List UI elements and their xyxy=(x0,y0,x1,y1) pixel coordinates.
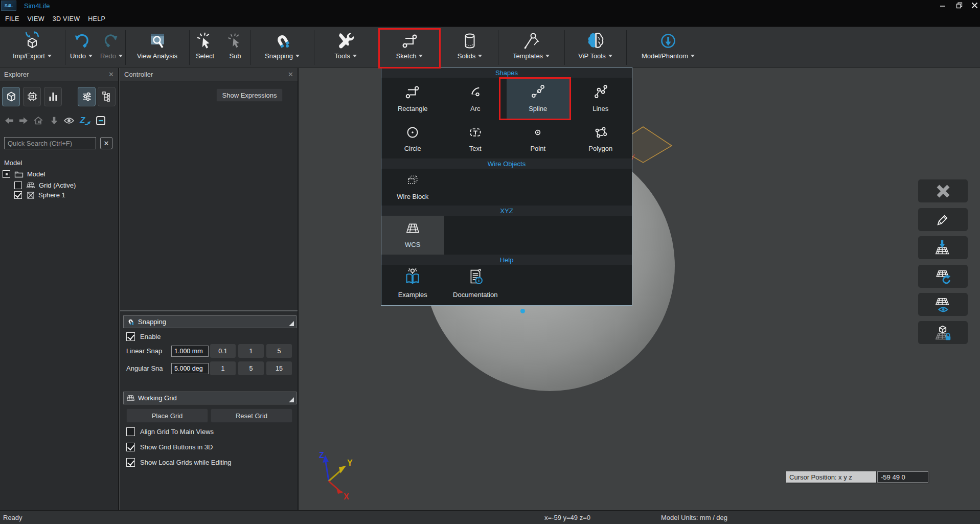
main-toolbar: Imp/Export Undo Redo View Analysis Selec… xyxy=(0,27,980,68)
menu-item-point[interactable]: Point xyxy=(507,120,569,158)
collapse-triangle-icon[interactable] xyxy=(289,321,294,326)
linear-snap-input[interactable] xyxy=(171,346,209,357)
tools-icon xyxy=(335,30,356,52)
panel-splitter[interactable] xyxy=(120,310,298,311)
redo-button[interactable]: Redo xyxy=(98,27,125,68)
edit-grid-button[interactable] xyxy=(918,208,968,231)
tree-row-sphere[interactable]: Sphere 1 xyxy=(14,190,65,200)
show-expressions-button[interactable]: Show Expressions xyxy=(216,88,283,102)
menu-item-documentation[interactable]: Documentation xyxy=(444,265,507,304)
tree-row-grid[interactable]: Grid (Active) xyxy=(14,180,76,190)
toggle-grid-visibility-button[interactable] xyxy=(918,293,968,316)
working-grid-section-header[interactable]: Working Grid xyxy=(123,392,297,404)
templates-button[interactable]: Templates xyxy=(499,27,563,68)
linear-preset-5-button[interactable]: 5 xyxy=(266,344,292,358)
zoom-to-selection-button[interactable]: Z xyxy=(78,114,91,127)
show-grid-buttons-row[interactable]: Show Grid Buttons in 3D xyxy=(126,443,213,451)
menu-item-lines[interactable]: Lines xyxy=(569,78,632,120)
reset-grid-button[interactable]: Reset Grid xyxy=(211,408,292,423)
menu-item-wcs[interactable]: WCS xyxy=(381,216,444,255)
snapping-button[interactable]: Snapping xyxy=(252,27,313,68)
controller-panel: Controller ✕ Show Expressions Snapping E… xyxy=(120,68,299,510)
sphere-checkbox[interactable] xyxy=(14,191,22,199)
model-phantom-button[interactable]: Model/Phantom xyxy=(627,27,709,68)
menu-item-examples[interactable]: Examples xyxy=(381,265,444,304)
menu-view[interactable]: VIEW xyxy=(28,13,44,25)
tree-row-model[interactable]: Model xyxy=(3,169,45,179)
show-grid-buttons-checkbox[interactable] xyxy=(126,443,135,451)
sub-select-cursor-icon xyxy=(226,30,244,52)
text-icon xyxy=(465,120,486,142)
home-button[interactable] xyxy=(32,114,45,127)
sub-select-button[interactable]: Sub xyxy=(221,27,249,68)
zoom-to-selection-icon: Z xyxy=(78,114,91,127)
show-grid-buttons-label: Show Grid Buttons in 3D xyxy=(140,443,213,451)
visibility-button[interactable] xyxy=(62,114,76,127)
view-analysis-tab-button[interactable] xyxy=(44,87,62,106)
tools-button[interactable]: Tools xyxy=(315,27,376,68)
history-forward-button[interactable] xyxy=(17,114,30,127)
linear-preset-1-button[interactable]: 1 xyxy=(238,344,264,358)
close-panel-icon[interactable]: ✕ xyxy=(108,71,114,78)
clear-search-button[interactable]: ✕ xyxy=(100,137,112,149)
vip-tools-button[interactable]: ViP Tools xyxy=(565,27,625,68)
grid-lock-icon xyxy=(933,323,953,343)
model-phantom-label: Model/Phantom xyxy=(642,52,688,60)
align-grid-checkbox[interactable] xyxy=(126,427,135,436)
snapping-section-header[interactable]: Snapping xyxy=(123,315,297,328)
undo-button[interactable]: Undo xyxy=(65,27,97,68)
view-simulation-button[interactable] xyxy=(23,87,41,106)
view-analysis-button[interactable]: View Analysis xyxy=(126,27,188,68)
snapping-label: Snapping xyxy=(265,52,293,60)
angular-snap-input[interactable] xyxy=(171,363,209,374)
menu-item-circle[interactable]: Circle xyxy=(381,120,444,158)
quick-search-input[interactable] xyxy=(4,137,96,149)
svg-text:Z: Z xyxy=(79,116,85,125)
angular-preset-15-button[interactable]: 15 xyxy=(266,361,292,375)
reset-grid-tool-button[interactable] xyxy=(918,265,968,288)
solids-button[interactable]: Solids xyxy=(443,27,497,68)
menu-item-wire-block[interactable]: Wire Block xyxy=(381,169,444,206)
bar-chart-icon xyxy=(47,90,59,103)
enable-snapping-row[interactable]: Enable xyxy=(126,332,161,341)
collapse-triangle-icon[interactable] xyxy=(289,397,294,402)
model-checkbox[interactable] xyxy=(3,170,10,178)
show-local-grids-checkbox[interactable] xyxy=(126,458,135,467)
tree-view-button[interactable] xyxy=(98,87,116,106)
axis-x-label: X xyxy=(344,492,349,500)
linear-preset-0.1-button[interactable]: 0.1 xyxy=(210,344,236,358)
imp-export-button[interactable]: Imp/Export xyxy=(2,27,62,68)
lock-grid-button[interactable] xyxy=(918,321,968,344)
close-window-button[interactable] xyxy=(967,0,980,10)
menu-3d-view[interactable]: 3D VIEW xyxy=(53,13,80,25)
grid-checkbox[interactable] xyxy=(14,181,22,189)
align-grid-row[interactable]: Align Grid To Main Views xyxy=(126,427,214,436)
folder-icon xyxy=(14,170,24,178)
angular-preset-1-button[interactable]: 1 xyxy=(210,361,236,375)
place-grid-tool-button[interactable] xyxy=(918,236,968,259)
menu-item-polygon[interactable]: Polygon xyxy=(569,120,632,158)
close-panel-icon[interactable]: ✕ xyxy=(288,71,293,78)
menu-item-arc[interactable]: Arc xyxy=(444,78,507,120)
enable-label: Enable xyxy=(140,333,161,340)
angular-preset-5-button[interactable]: 5 xyxy=(238,361,264,375)
history-back-button[interactable] xyxy=(3,114,16,127)
menu-help[interactable]: HELP xyxy=(88,13,105,25)
enable-checkbox[interactable] xyxy=(126,332,135,341)
restore-button[interactable] xyxy=(952,0,966,10)
cursor-position-input[interactable] xyxy=(877,471,928,483)
collapse-all-button[interactable] xyxy=(94,114,107,127)
place-grid-button[interactable]: Place Grid xyxy=(126,408,208,423)
sphere-icon xyxy=(27,191,35,199)
menu-item-text[interactable]: Text xyxy=(444,120,507,158)
menu-item-rectangle[interactable]: Rectangle xyxy=(381,78,444,120)
view-model-button[interactable] xyxy=(2,87,20,106)
filter-properties-button[interactable] xyxy=(78,87,96,106)
select-button[interactable]: Select xyxy=(190,27,220,68)
move-down-button[interactable] xyxy=(48,114,61,127)
show-local-grids-row[interactable]: Show Local Grids while Editing xyxy=(126,458,231,467)
minimize-button[interactable] xyxy=(936,0,950,10)
forward-arrow-icon xyxy=(17,115,30,127)
menu-file[interactable]: FILE xyxy=(5,13,19,25)
cancel-grid-button[interactable] xyxy=(918,179,968,202)
